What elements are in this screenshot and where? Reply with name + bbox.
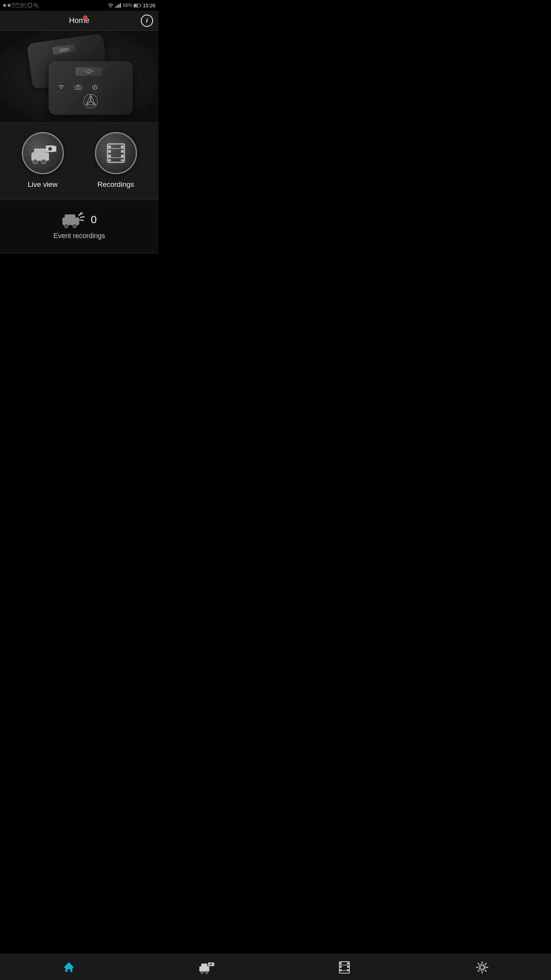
device-front: [49, 61, 133, 115]
svg-point-29: [49, 148, 51, 150]
svg-line-5: [37, 6, 39, 8]
svg-rect-30: [46, 147, 47, 148]
svg-rect-7: [115, 7, 116, 8]
recordings-label: Recordings: [97, 180, 134, 189]
recordings-circle: [95, 132, 137, 174]
main-buttons-section: Live view Recordings: [0, 122, 158, 200]
svg-rect-44: [65, 214, 75, 219]
signal-icon: [115, 3, 121, 8]
device-image-area: [0, 31, 158, 122]
svg-rect-37: [121, 145, 124, 148]
wifi-button: [56, 82, 66, 92]
svg-line-49: [79, 220, 84, 220]
event-count-row: 0: [62, 211, 97, 228]
svg-rect-38: [121, 150, 124, 153]
svg-rect-24: [34, 149, 46, 154]
svg-rect-39: [121, 155, 124, 157]
device-front-top-button: [75, 67, 102, 76]
wifi-icon: [108, 3, 114, 8]
svg-point-21: [77, 87, 79, 89]
svg-point-46: [73, 224, 77, 228]
svg-rect-35: [108, 155, 111, 157]
svg-marker-31: [55, 145, 56, 152]
svg-rect-12: [140, 5, 141, 6]
app-header: Home i: [0, 11, 158, 31]
live-view-icon: [29, 142, 56, 165]
device-front-buttons: [56, 82, 100, 92]
email-icon: [20, 3, 26, 8]
camera-button: [73, 82, 83, 92]
film-strip-icon: [104, 142, 127, 165]
live-view-circle: [22, 132, 64, 174]
event-recordings-label: Event recordings: [53, 232, 105, 240]
svg-rect-1: [20, 3, 26, 8]
recording-dot: [83, 15, 88, 20]
shield-icon: [28, 3, 32, 8]
live-view-label: Live view: [28, 180, 57, 189]
svg-point-4: [34, 4, 37, 7]
svg-rect-36: [108, 159, 111, 161]
svg-rect-9: [118, 4, 119, 8]
status-left-icons: [3, 3, 39, 8]
device-back-button: [52, 44, 76, 55]
battery-percent: 68%: [123, 3, 132, 8]
svg-point-19: [61, 88, 62, 90]
recordings-button[interactable]: Recordings: [95, 132, 137, 189]
event-count: 0: [91, 214, 97, 226]
svg-rect-40: [121, 159, 124, 161]
time-display: 15:26: [143, 3, 155, 8]
svg-point-45: [64, 224, 68, 228]
event-recordings-section[interactable]: 0 Event recordings: [0, 200, 158, 253]
dot-icon-1: [3, 4, 6, 7]
info-icon: i: [146, 17, 148, 24]
svg-point-6: [110, 7, 111, 8]
info-button[interactable]: i: [141, 15, 153, 27]
key-icon: [34, 3, 39, 8]
svg-point-26: [41, 159, 46, 164]
dot-icon-2: [8, 4, 11, 7]
live-view-button[interactable]: Live view: [22, 132, 64, 189]
status-bar: 68% 15:26: [0, 0, 158, 11]
svg-rect-33: [108, 145, 111, 148]
power-button: [90, 82, 100, 92]
svg-rect-8: [117, 5, 118, 8]
battery-icon: [134, 3, 141, 8]
gmail-icon: [12, 3, 18, 8]
svg-rect-18: [86, 72, 91, 74]
status-right-icons: 68% 15:26: [108, 3, 155, 8]
svg-rect-10: [120, 3, 121, 8]
svg-line-48: [80, 217, 85, 217]
mercedes-logo-front: [83, 93, 98, 109]
svg-point-25: [33, 159, 37, 164]
car-crash-icon: [62, 211, 86, 228]
device-wrapper: [26, 38, 133, 115]
svg-rect-34: [108, 150, 111, 153]
